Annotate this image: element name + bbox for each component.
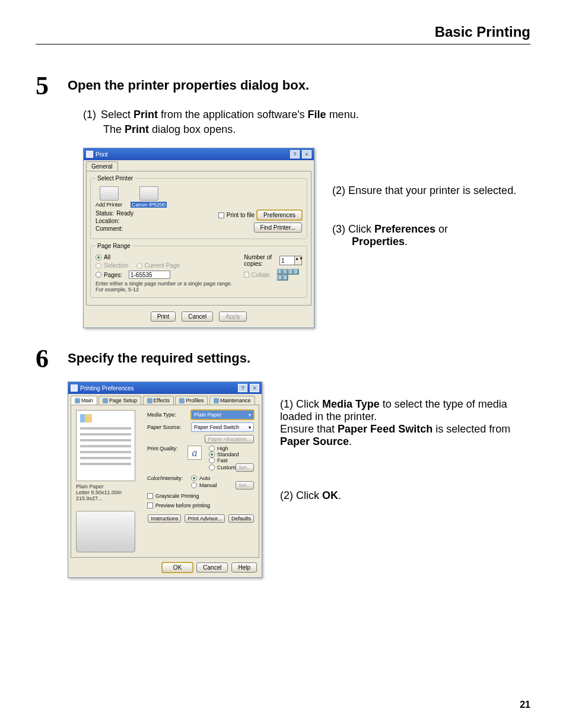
txt: The (103, 123, 125, 135)
radio-high-label: High (217, 446, 228, 452)
select-printer-legend: Select Printer (96, 175, 135, 182)
preferences-tabs: Main Page Setup Effects Profiles Mainten… (68, 394, 262, 405)
media-type-select[interactable]: Plain Paper▾ (191, 410, 254, 419)
tab-page-setup[interactable]: Page Setup (98, 396, 141, 405)
close-button[interactable]: × (302, 150, 311, 158)
spinner-arrows[interactable]: ▲▼ (294, 256, 301, 265)
print-dialog-titlebar[interactable]: Print ? × (84, 148, 314, 160)
page-range-grid: All Selection Current Page Pages: Enter … (96, 254, 302, 293)
print-dialog-title: Print (96, 151, 288, 158)
location-label: Location: (96, 218, 120, 224)
preferences-form: Media Type: Plain Paper▾ Paper Source: P… (147, 410, 254, 552)
txt: dialog box opens. (149, 123, 236, 135)
page-range-options: All Selection Current Page Pages: Enter … (96, 254, 239, 293)
txt: (1) Click (280, 398, 322, 410)
comment-label: Comment: (96, 225, 123, 232)
radio-pages[interactable] (96, 272, 101, 278)
find-printer-button[interactable]: Find Printer... (254, 222, 302, 233)
radio-fast[interactable] (209, 457, 215, 463)
printer-list[interactable]: Add Printer Canon iP5200 (96, 186, 302, 208)
help-button[interactable]: ? (290, 150, 300, 158)
collate-label: Collate (252, 272, 270, 278)
tab-effects-icon (147, 398, 152, 403)
txt: Select (101, 109, 133, 120)
print-quality-radios: High Standard Fast CustomSet... (209, 446, 254, 472)
defaults-button[interactable]: Defaults (228, 514, 254, 523)
preferences-inner-buttons: Instructions Print Advisor... Defaults (147, 514, 254, 523)
step-5-note: The Print dialog box opens. (103, 123, 530, 136)
tab-effects[interactable]: Effects (143, 396, 174, 405)
txt-bold: File (308, 109, 326, 120)
print-advisor-button[interactable]: Print Advisor... (185, 514, 225, 523)
preferences-dialog-title: Printing Preferences (80, 385, 236, 392)
printer-name: Canon iP5200 (131, 202, 167, 208)
tab-profiles[interactable]: Profiles (175, 396, 208, 405)
step-6-callouts: (1) Click Media Type to select the type … (280, 382, 530, 516)
tab-profiles-label: Profiles (186, 398, 203, 403)
txt-bold: Print (133, 109, 158, 120)
grayscale-label: Grayscale Printing (155, 493, 199, 499)
radio-high[interactable] (209, 446, 215, 452)
instructions-button[interactable]: Instructions (148, 514, 181, 523)
copies-input[interactable] (280, 256, 294, 265)
radio-standard[interactable] (209, 452, 215, 457)
pages-input[interactable] (129, 271, 170, 279)
step-5-body: Open the printer properties dialog box. … (68, 73, 530, 328)
preview-checkbox[interactable] (147, 503, 153, 508)
step-5-figure: Print ? × General Select Printer Add Pri… (83, 148, 530, 328)
radio-current-page (136, 263, 142, 269)
copies-spinner[interactable]: ▲▼ (279, 256, 302, 265)
txt: menu. (326, 109, 359, 120)
chevron-down-icon: ▾ (249, 425, 251, 430)
help-button[interactable]: Help (231, 562, 257, 573)
tab-profiles-icon (179, 398, 185, 403)
printer-illustration (76, 511, 135, 552)
pq-set-button: Set... (236, 463, 254, 472)
preferences-dialog-buttons: OK Cancel Help (68, 560, 262, 577)
page-range-legend: Page Range (96, 243, 132, 249)
radio-custom[interactable] (209, 465, 215, 471)
step-6-number: 6 (36, 346, 57, 578)
preview-column: Plain Paper Letter 8.50x11.00in 215.9x27… (76, 410, 141, 552)
radio-manual-label: Manual (199, 482, 217, 488)
close-button[interactable]: × (250, 384, 259, 392)
help-button[interactable]: ? (238, 384, 247, 392)
paper-source-select[interactable]: Paper Feed Switch▾ (191, 422, 254, 432)
radio-manual[interactable] (191, 482, 197, 488)
step-5-sub-1-text: Select Print from the application softwa… (101, 109, 359, 121)
step-6-body: Specify the required settings. Printing … (68, 346, 530, 578)
print-to-file-checkbox[interactable] (218, 212, 224, 218)
print-button[interactable]: Print (151, 311, 176, 322)
printer-icon (86, 151, 93, 158)
txt-bold: Media Type (322, 398, 380, 410)
ok-button[interactable]: OK (162, 562, 193, 573)
media-type-label: Media Type: (147, 412, 187, 418)
tab-general[interactable]: General (86, 161, 118, 171)
cancel-button[interactable]: Cancel (182, 311, 213, 322)
tab-maintenance-label: Maintenance (220, 398, 251, 403)
tab-maintenance[interactable]: Maintenance (209, 396, 255, 405)
cancel-button[interactable]: Cancel (196, 562, 228, 573)
chevron-down-icon: ▾ (249, 412, 251, 418)
printer-item-selected[interactable]: Canon iP5200 (131, 186, 167, 208)
preferences-dialog-titlebar[interactable]: Printing Preferences ? × (68, 382, 262, 394)
ci-set-button: Set... (236, 481, 254, 489)
print-quality-label: Print Quality: (147, 446, 187, 452)
radio-auto[interactable] (191, 475, 197, 481)
preferences-dialog: Printing Preferences ? × Main Page Setup… (68, 382, 262, 578)
radio-all[interactable] (96, 255, 101, 260)
txt-bold: Paper Feed Switch (338, 423, 433, 435)
tab-main[interactable]: Main (71, 396, 97, 405)
preferences-button[interactable]: Preferences (257, 210, 302, 220)
tab-general-panel: Select Printer Add Printer Canon iP5200 (86, 171, 311, 306)
add-printer-item[interactable]: Add Printer (96, 186, 122, 208)
step-5-sub-1: (1) Select Print from the application so… (83, 109, 530, 121)
grayscale-checkbox[interactable] (147, 493, 153, 499)
radio-selection-label: Selection (104, 262, 128, 269)
section-title: Basic Printing (36, 24, 530, 40)
radio-auto-label: Auto (199, 475, 211, 481)
tab-effects-label: Effects (154, 398, 170, 403)
copies-label: Number of copies: (244, 254, 277, 267)
print-dialog-buttons: Print Cancel Apply (84, 308, 314, 328)
callout-3: (3) Click Preferences or Properties. (332, 223, 516, 248)
